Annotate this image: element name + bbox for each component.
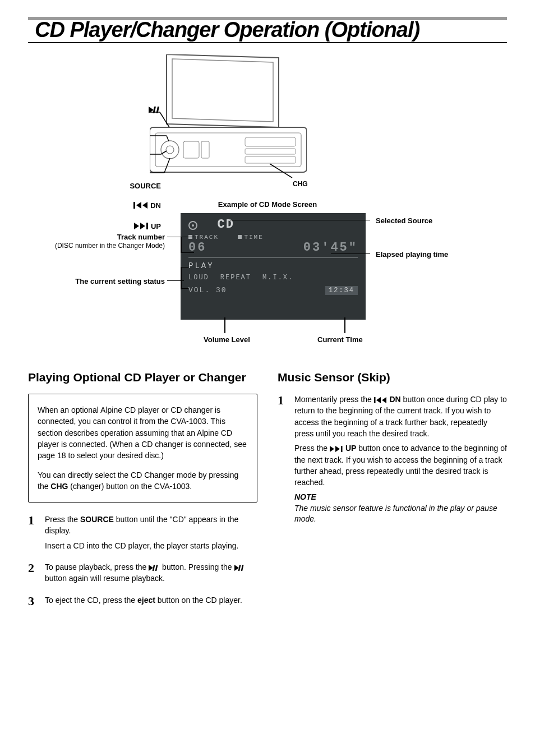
svg-line-14	[167, 136, 169, 141]
device-illustration: SOURCE DN UP CHG	[116, 54, 419, 195]
square-marker-icon	[238, 235, 242, 239]
svg-rect-34	[241, 565, 243, 571]
svg-rect-10	[245, 156, 296, 163]
left-steps: Press the SOURCE button until the "CD" a…	[28, 514, 257, 606]
svg-marker-1	[172, 59, 273, 122]
right-column: Music Sensor (Skip) Momentarily press th…	[278, 370, 507, 616]
diagram-region: SOURCE DN UP CHG Example of CD Mode Scre…	[28, 54, 507, 353]
play-pause-icon	[234, 565, 246, 571]
intro-p1: When an optional Alpine CD player or CD …	[38, 404, 248, 461]
note-heading: NOTE	[294, 491, 507, 503]
svg-marker-37	[382, 397, 386, 403]
svg-rect-7	[201, 141, 209, 158]
left-heading: Playing Optional CD Player or Changer	[28, 370, 257, 385]
svg-point-4	[161, 141, 179, 159]
prev-track-icon	[374, 397, 388, 403]
left-step-3: To eject the CD, press the eject button …	[28, 594, 257, 606]
left-step-2: To pause playback, press the button. Pre…	[28, 561, 257, 584]
screen-elapsed-value: 03'45"	[303, 241, 358, 255]
screen-time-label: TIME	[244, 234, 263, 241]
svg-rect-23	[133, 202, 135, 209]
svg-line-18	[164, 158, 170, 173]
svg-rect-35	[374, 397, 376, 403]
screen-track-label: TRACK	[195, 234, 219, 241]
svg-marker-36	[376, 397, 381, 403]
svg-rect-8	[245, 137, 296, 146]
title-bar: CD Player/Changer Operation (Optional)	[28, 17, 507, 43]
svg-rect-9	[245, 149, 296, 154]
callout-selected-source: Selected Source	[376, 216, 432, 225]
car-stereo-device	[150, 54, 307, 195]
callout-volume-level: Volume Level	[204, 335, 250, 344]
left-column: Playing Optional CD Player or Changer Wh…	[28, 370, 257, 616]
intro-box: When an optional Alpine CD player or CD …	[28, 394, 257, 503]
left-step-1: Press the SOURCE button until the "CD" a…	[28, 514, 257, 551]
intro-p2: You can directly select the CD Changer m…	[38, 469, 248, 492]
svg-point-5	[166, 146, 174, 154]
svg-marker-29	[149, 565, 153, 571]
body-columns: Playing Optional CD Player or Changer Wh…	[28, 370, 507, 616]
screen-mix: M.I.X.	[262, 274, 293, 282]
cd-mode-screen-block: CD TRACK TIME 06 03'45" PLAY LOUD REPEAT…	[28, 213, 507, 353]
svg-marker-39	[335, 446, 340, 452]
right-heading: Music Sensor (Skip)	[278, 370, 507, 385]
screen-play-status: PLAY	[188, 261, 358, 270]
chg-label: CHG	[293, 180, 308, 188]
prev-track-icon	[133, 202, 148, 209]
callout-elapsed: Elapsed playing time	[376, 250, 448, 259]
note-body: The music sensor feature is functional i…	[294, 503, 507, 525]
screen-loud: LOUD	[188, 274, 209, 282]
callout-setting-status: The current setting status	[75, 277, 165, 285]
callout-current-time: Current Time	[317, 335, 363, 344]
svg-line-19	[270, 164, 292, 178]
device-labels-left: SOURCE DN UP	[110, 54, 161, 238]
page-title: CD Player/Changer Operation (Optional)	[35, 19, 507, 42]
source-label: SOURCE	[130, 182, 161, 190]
next-track-icon	[330, 446, 343, 452]
play-pause-icon	[149, 565, 160, 571]
svg-line-12	[160, 112, 169, 127]
svg-rect-2	[150, 127, 307, 172]
svg-rect-6	[183, 141, 199, 158]
dn-label: DN	[150, 201, 161, 210]
example-caption: Example of CD Mode Screen	[28, 200, 507, 209]
right-step-1: Momentarily press the DN button once dur…	[278, 394, 507, 525]
cd-mode-screen: CD TRACK TIME 06 03'45" PLAY LOUD REPEAT…	[181, 213, 366, 320]
svg-marker-24	[136, 202, 141, 209]
screen-vol-label: VOL.	[188, 286, 210, 294]
svg-rect-3	[155, 133, 301, 167]
callout-track-number: Track number (DISC number in the Changer…	[55, 233, 165, 250]
svg-rect-22	[156, 107, 159, 113]
screen-vol-value: 30	[216, 286, 227, 294]
svg-rect-31	[155, 565, 158, 571]
play-pause-icon	[149, 107, 161, 113]
right-steps: Momentarily press the DN button once dur…	[278, 394, 507, 525]
svg-marker-0	[167, 54, 279, 127]
svg-rect-40	[341, 446, 343, 452]
svg-marker-25	[142, 202, 147, 209]
screen-clock: 12:34	[325, 286, 358, 295]
svg-marker-32	[234, 565, 239, 571]
screen-repeat: REPEAT	[220, 274, 251, 282]
disc-icon	[188, 221, 197, 230]
svg-marker-38	[330, 446, 334, 452]
svg-marker-20	[149, 107, 154, 113]
svg-line-16	[161, 151, 167, 154]
